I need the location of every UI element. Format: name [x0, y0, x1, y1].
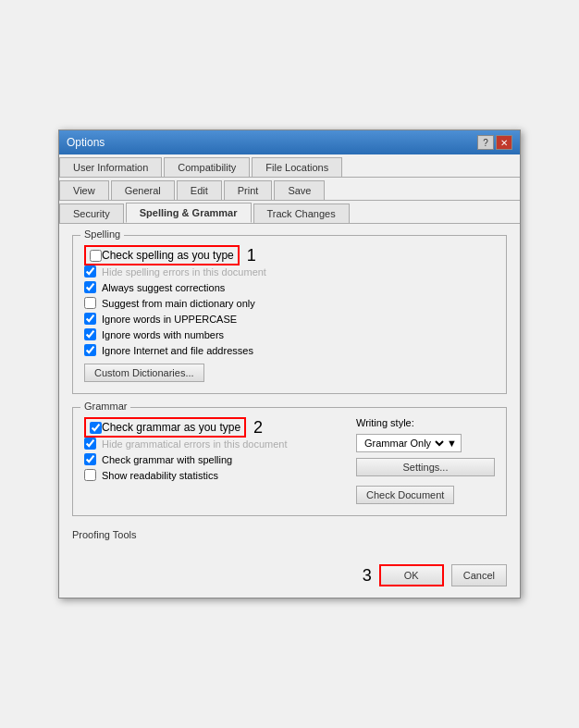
spelling-group: Spelling Check spelling as you type 1 Hi…	[72, 235, 507, 394]
check-document-row: Check Document	[356, 486, 454, 504]
ignore-numbers-checkbox[interactable]	[84, 328, 96, 340]
hide-spelling-label: Hide spelling errors in this document	[102, 266, 266, 278]
check-grammar-highlighted: Check grammar as you type	[84, 417, 246, 438]
hide-spelling-checkbox[interactable]	[84, 265, 96, 278]
suggest-main-dict-label: Suggest from main dictionary only	[102, 298, 255, 309]
check-document-button[interactable]: Check Document	[356, 486, 454, 504]
check-grammar-checkbox[interactable]	[90, 422, 102, 434]
grammar-group: Grammar Check grammar as you type 2 Hide…	[72, 407, 507, 516]
ignore-numbers-label: Ignore words with numbers	[102, 329, 224, 340]
tab-print[interactable]: Print	[224, 180, 273, 200]
hide-spelling-errors-row: Hide spelling errors in this document	[84, 265, 495, 278]
ignore-internet-checkbox[interactable]	[84, 344, 96, 356]
always-suggest-row: Always suggest corrections	[84, 281, 495, 293]
tab-security[interactable]: Security	[59, 204, 124, 223]
tab-edit[interactable]: Edit	[177, 180, 222, 200]
number-2: 2	[253, 418, 263, 438]
hide-grammar-label: Hide grammatical errors in this document	[102, 438, 288, 450]
check-spelling-checkbox[interactable]	[90, 250, 102, 262]
tab-file-locations[interactable]: File Locations	[252, 157, 342, 177]
ignore-uppercase-checkbox[interactable]	[84, 313, 96, 325]
check-grammar-label: Check grammar as you type	[102, 421, 240, 434]
tab-track-changes[interactable]: Track Changes	[253, 204, 350, 223]
number-3: 3	[363, 566, 372, 586]
number-1: 1	[247, 246, 256, 265]
ignore-internet-label: Ignore Internet and file addresses	[102, 345, 253, 356]
custom-dict-row: Custom Dictionaries...	[84, 364, 495, 382]
writing-style-select-box: Grammar Only ▼	[356, 434, 462, 452]
ignore-internet-row: Ignore Internet and file addresses	[84, 344, 495, 356]
options-dialog: Options ? ✕ User Information Compatibili…	[58, 130, 521, 598]
tab-view[interactable]: View	[59, 180, 109, 200]
proofing-tools-label: Proofing Tools	[72, 529, 507, 540]
check-grammar-row: Check grammar as you type 2	[84, 417, 341, 438]
show-readability-checkbox[interactable]	[84, 469, 96, 481]
ignore-numbers-row: Ignore words with numbers	[84, 328, 495, 340]
check-spelling-row: Check spelling as you type 1	[84, 245, 495, 265]
grammar-section: Check grammar as you type 2 Hide grammat…	[84, 417, 495, 504]
ok-button[interactable]: OK	[379, 564, 444, 586]
bottom-buttons: 3 OK Cancel	[59, 557, 520, 598]
custom-dictionaries-button[interactable]: Custom Dictionaries...	[84, 364, 204, 382]
always-suggest-label: Always suggest corrections	[102, 282, 225, 293]
always-suggest-checkbox[interactable]	[84, 281, 96, 293]
tab-row-3: Security Spelling & Grammar Track Change…	[59, 201, 520, 224]
dialog-title: Options	[67, 136, 105, 149]
writing-style-label: Writing style:	[356, 417, 414, 428]
tab-spelling-grammar[interactable]: Spelling & Grammar	[126, 203, 252, 223]
tab-row-1: User Information Compatibility File Loca…	[59, 154, 520, 178]
cancel-button[interactable]: Cancel	[451, 564, 507, 586]
check-spelling-label: Check spelling as you type	[102, 249, 234, 262]
tab-content: Spelling Check spelling as you type 1 Hi…	[59, 224, 520, 557]
check-spelling-highlighted: Check spelling as you type	[84, 245, 240, 265]
check-grammar-with-spelling-checkbox[interactable]	[84, 453, 96, 465]
settings-button[interactable]: Settings...	[356, 458, 495, 476]
tab-user-information[interactable]: User Information	[59, 157, 162, 177]
check-grammar-with-spelling-label: Check grammar with spelling	[102, 454, 232, 465]
dropdown-arrow-icon: ▼	[447, 438, 457, 449]
grammar-left: Check grammar as you type 2 Hide grammat…	[84, 417, 341, 504]
tab-row-2: View General Edit Print Save	[59, 178, 520, 201]
tab-save[interactable]: Save	[274, 180, 325, 200]
hide-grammar-checkbox[interactable]	[84, 438, 96, 450]
suggest-main-dict-checkbox[interactable]	[84, 297, 96, 309]
title-bar-buttons: ? ✕	[477, 135, 512, 150]
tab-general[interactable]: General	[111, 180, 175, 200]
title-bar: Options ? ✕	[59, 130, 520, 154]
hide-grammar-errors-row: Hide grammatical errors in this document	[84, 438, 341, 450]
grammar-right: Writing style: Grammar Only ▼ Settings..…	[356, 417, 495, 504]
ignore-uppercase-row: Ignore words in UPPERCASE	[84, 313, 495, 325]
writing-style-select[interactable]: Grammar Only	[361, 437, 447, 450]
spelling-group-label: Spelling	[80, 228, 124, 240]
show-readability-row: Show readability statistics	[84, 469, 341, 481]
show-readability-label: Show readability statistics	[102, 470, 218, 481]
ignore-uppercase-label: Ignore words in UPPERCASE	[102, 314, 237, 325]
tab-compatibility[interactable]: Compatibility	[164, 157, 250, 177]
suggest-main-dict-row: Suggest from main dictionary only	[84, 297, 495, 309]
grammar-group-label: Grammar	[80, 401, 130, 412]
help-button[interactable]: ?	[477, 135, 494, 150]
close-button[interactable]: ✕	[496, 135, 512, 150]
check-grammar-with-spelling-row: Check grammar with spelling	[84, 453, 341, 465]
